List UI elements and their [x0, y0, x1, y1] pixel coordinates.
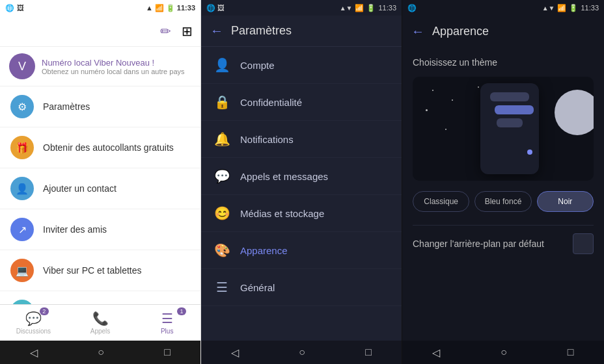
apparence-label: Apparence	[240, 245, 288, 256]
toolbar-p1: ✏ ⊞	[0, 16, 200, 47]
settings-compte[interactable]: 👤 Compte	[201, 47, 402, 84]
viber-promo-item[interactable]: V Numéro local Viber Nouveau ! Obtenez u…	[0, 47, 200, 86]
signal-p3: ▲▼	[542, 5, 555, 12]
compte-icon: 👤	[214, 57, 230, 73]
tab-calls[interactable]: 📞 Appels	[67, 305, 134, 341]
system-nav-p2: ◁ ○ □	[201, 341, 402, 364]
promo-badge: Nouveau !	[116, 58, 154, 68]
compte-label: Compte	[240, 60, 275, 71]
theme-classique-btn[interactable]: Classique	[413, 191, 469, 212]
battery-p2: 🔋	[366, 4, 376, 12]
panel-apparence: 🌐 ▲▼ 📶 🔋 11:33 ← Apparence Choisissez un…	[402, 0, 604, 364]
confidentialite-icon: 🔒	[214, 94, 230, 110]
settings-menu: 👤 Compte 🔒 Confidentialité 🔔 Notificatio…	[201, 47, 402, 341]
wallpaper-row[interactable]: Changer l'arrière-plan par défaut	[413, 225, 594, 262]
bottom-nav: 2 💬 Discussions 📞 Appels 1 ☰ Plus	[0, 304, 200, 341]
settings-appels[interactable]: 💬 Appels et messages	[201, 158, 402, 195]
theme-noir-btn[interactable]: Noir	[537, 191, 594, 212]
more-label: Plus	[161, 328, 173, 335]
globe-icon: 🌐	[5, 4, 14, 12]
battery-icon: 🔋	[166, 4, 175, 12]
invite-icon: ↗	[10, 218, 34, 241]
star-5	[445, 129, 446, 130]
add-contact-icon: 👤	[10, 177, 34, 200]
medias-label: Médias et stockage	[240, 208, 324, 219]
recents-btn-p1[interactable]: □	[164, 346, 171, 358]
back-btn-p2[interactable]: ◁	[231, 346, 239, 359]
phone-mockup	[480, 83, 539, 174]
edit-icon[interactable]: ✏	[160, 23, 171, 39]
recents-btn-p2[interactable]: □	[365, 346, 372, 358]
settings-general[interactable]: ☰ Général	[201, 269, 402, 306]
theme-button-group: Classique Bleu foncé Noir	[413, 191, 594, 212]
globe-icon-p3: 🌐	[407, 4, 417, 12]
home-btn-p1[interactable]: ○	[98, 346, 104, 358]
image-icon: 🖼	[17, 4, 24, 12]
panel-menu: 🌐 🖼 ▲ 📶 🔋 11:33 ✏ ⊞ V Numéro local Viber…	[0, 0, 201, 364]
appels-icon: 💬	[214, 168, 230, 184]
star-4	[426, 109, 428, 111]
chat-bubble-1	[490, 92, 529, 101]
back-btn-p1[interactable]: ◁	[30, 346, 38, 359]
theme-section-label: Choisissez un thème	[413, 57, 594, 68]
chat-bubble-2	[497, 118, 523, 127]
wifi-icon: 📶	[155, 4, 164, 12]
theme-preview	[413, 77, 594, 181]
menu-settings[interactable]: ⚙ Paramètres	[0, 86, 200, 127]
apparence-page-title: Apparence	[432, 25, 489, 38]
pc-icon: 💻	[10, 259, 34, 282]
time-p1: 11:33	[177, 4, 195, 12]
panel-settings: 🌐 🖼 ▲▼ 📶 🔋 11:33 ← Paramètres 👤 Compte 🔒…	[201, 0, 402, 364]
settings-confidentialite[interactable]: 🔒 Confidentialité	[201, 84, 402, 121]
stickers-label: Obtenir des autocollants gratuits	[43, 142, 174, 153]
home-btn-p2[interactable]: ○	[299, 346, 305, 358]
menu-about[interactable]: ℹ À propos et FAQ	[0, 291, 200, 304]
home-btn-p3[interactable]: ○	[501, 346, 507, 358]
about-icon: ℹ	[10, 300, 34, 304]
tab-discussions[interactable]: 2 💬 Discussions	[0, 305, 67, 341]
chat-bubble-sent	[495, 105, 534, 114]
discussions-badge: 2	[40, 307, 49, 315]
tab-more[interactable]: 1 ☰ Plus	[133, 305, 200, 341]
notifications-label: Notifications	[240, 134, 294, 145]
calls-label: Appels	[90, 328, 111, 335]
settings-page-title: Paramètres	[231, 24, 292, 38]
promo-subtitle: Obtenez un numéro local dans un autre pa…	[42, 68, 185, 75]
settings-icon: ⚙	[10, 95, 34, 118]
toolbar-p3: ← Apparence	[402, 16, 604, 47]
menu-stickers[interactable]: 🎁 Obtenir des autocollants gratuits	[0, 127, 200, 168]
system-nav-p1: ◁ ○ □	[0, 341, 200, 364]
calls-icon: 📞	[92, 311, 109, 326]
wallpaper-preview	[573, 233, 594, 254]
add-contact-label: Ajouter un contact	[43, 183, 117, 194]
signal-p2: ▲▼	[340, 5, 353, 12]
discussions-label: Discussions	[16, 328, 51, 335]
globe-icon-p2: 🌐	[206, 4, 215, 12]
settings-notifications[interactable]: 🔔 Notifications	[201, 121, 402, 158]
wifi-p2: 📶	[355, 4, 364, 12]
menu-invite[interactable]: ↗ Inviter des amis	[0, 209, 200, 250]
menu-list: V Numéro local Viber Nouveau ! Obtenez u…	[0, 47, 200, 304]
general-icon: ☰	[214, 280, 230, 295]
general-label: Général	[240, 282, 275, 293]
time-p2: 11:33	[378, 4, 396, 12]
settings-medias[interactable]: 😊 Médias et stockage	[201, 195, 402, 232]
img-icon-p2: 🖼	[217, 4, 225, 12]
menu-pc[interactable]: 💻 Viber sur PC et tablettes	[0, 250, 200, 291]
settings-apparence[interactable]: 🎨 Apparence	[201, 232, 402, 269]
star-2	[452, 99, 453, 101]
recents-btn-p3[interactable]: □	[568, 346, 574, 358]
wallpaper-label: Changer l'arrière-plan par défaut	[413, 239, 544, 249]
menu-add-contact[interactable]: 👤 Ajouter un contact	[0, 168, 200, 209]
back-arrow-p3[interactable]: ←	[411, 24, 424, 39]
back-btn-p3[interactable]: ◁	[432, 346, 440, 359]
star-3	[478, 86, 479, 88]
apparence-content: Choisissez un thème Classique Bleu fo	[402, 47, 604, 341]
status-bar-p2: 🌐 🖼 ▲▼ 📶 🔋 11:33	[201, 0, 402, 16]
promo-title: Numéro local Viber	[42, 58, 116, 68]
confidentialite-label: Confidentialité	[240, 97, 302, 108]
heart-dot	[527, 150, 532, 155]
back-arrow-p2[interactable]: ←	[210, 23, 223, 38]
qr-icon[interactable]: ⊞	[182, 23, 193, 39]
theme-bleu-btn[interactable]: Bleu foncé	[474, 191, 531, 212]
